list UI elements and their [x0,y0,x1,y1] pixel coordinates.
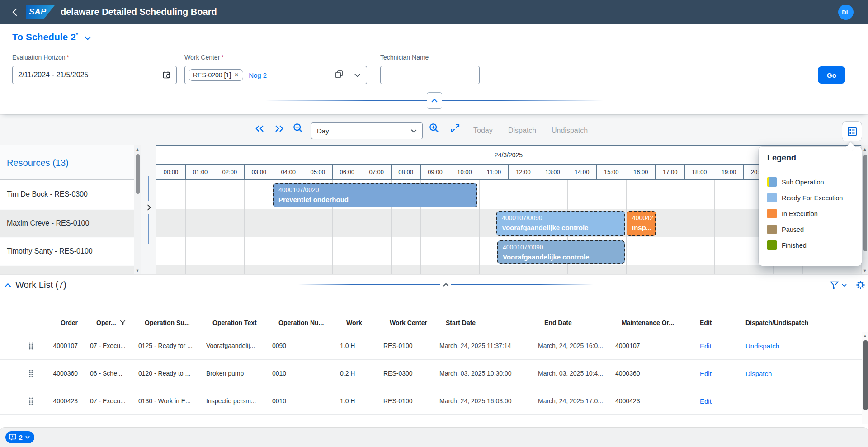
copy-icon[interactable] [335,70,343,80]
scroll-up-arrow-icon[interactable]: ▲ [862,334,868,338]
column-header-order[interactable]: Order [51,319,90,326]
legend-toggle-button[interactable] [842,121,862,141]
table-row[interactable]: 4000360 06 - Sche... 0120 - Ready to ...… [0,360,862,387]
scroll-down-arrow-icon[interactable]: ▼ [862,268,868,273]
legend-item-sub-operation: Sub Operation [767,177,862,187]
zoom-in-icon[interactable] [429,123,439,135]
chevron-down-icon [25,436,30,439]
resources-scrollbar[interactable]: ▲ ▼ [134,145,141,275]
zoom-level-select[interactable]: Day [311,122,423,139]
token-remove-icon[interactable]: ✕ [234,72,239,78]
edit-link[interactable]: Edit [700,342,745,350]
scrollbar-thumb[interactable] [863,340,868,410]
edit-link[interactable]: Edit [700,370,745,377]
column-header-start-date[interactable]: Start Date [439,319,538,326]
today-button[interactable]: Today [473,127,493,135]
column-header-operation-sub[interactable]: Operation Su... [138,319,206,326]
evaluation-horizon-label: Evaluation Horizon* [12,54,69,61]
column-header-work-center[interactable]: Work Center [383,319,439,326]
resource-row[interactable]: Tim De Bock - RES-0300 [0,180,134,209]
calendar-search-icon[interactable] [163,71,171,80]
worklist-scrollbar[interactable]: ▲ [862,332,868,424]
undispatch-link[interactable]: Undispatch [745,342,862,350]
work-center-token[interactable]: RES-0200 [1] ✕ [189,69,243,81]
technician-name-input[interactable] [381,71,479,79]
worklist-table-header: Order Oper... Operation Su... Operation … [0,313,862,332]
drag-handle-icon[interactable] [0,342,51,350]
timeline-hour: 07:00 [362,165,392,180]
column-header-operation-status[interactable]: Oper... [90,319,138,326]
timeline-hour: 11:00 [479,165,509,180]
cell-end-date: March, 03, 2025 10:4... [538,370,615,377]
gantt-bar-voorafgaandelijke-controle[interactable]: 4000107/0090 Voorafgaandelijke controle [497,240,625,264]
bar-order-number: 4000107/0090 [503,244,619,251]
evaluation-horizon-input[interactable] [13,71,163,79]
resource-row[interactable]: Timothy Santy - RES-0100 [0,238,134,265]
legend-label: Finished [782,242,807,249]
gantt-bar-inspectie[interactable]: 400042 Insp... [627,211,656,236]
chevron-right-icon [147,204,151,211]
worklist-resize-handle[interactable] [440,281,451,288]
bar-order-number: 400042 [632,214,651,221]
worklist-filter-button[interactable] [830,281,847,289]
drag-handle-icon[interactable] [0,370,51,377]
scroll-left-icon[interactable] [255,125,265,134]
chevron-down-icon[interactable] [85,36,91,40]
dispatch-link[interactable]: Dispatch [745,370,862,377]
column-header-work[interactable]: Work [340,319,383,326]
work-center-field[interactable]: RES-0200 [1] ✕ Nog 2 [184,66,367,84]
filter-panel: To Schedule 2* Evaluation Horizon* Work … [0,24,868,114]
collapse-worklist-icon[interactable] [5,283,11,287]
more-tokens-link[interactable]: Nog 2 [249,71,267,79]
app-root: SAP delaware Detailed Scheduling Board D… [0,0,868,447]
message-count: 2 [19,434,23,441]
chevron-up-icon [431,99,438,103]
value-help-chevron-icon[interactable] [354,71,360,79]
message-popover-button[interactable]: 2 [5,431,34,443]
gantt-bar-preventief-onderhoud[interactable]: 4000107/0020 Preventief onderhoud [273,183,477,207]
zoom-out-icon[interactable] [293,123,303,135]
scrollbar-thumb[interactable] [863,155,867,251]
cell-work: 1.0 H [340,397,383,405]
variant-selector[interactable]: To Schedule 2* [12,31,91,42]
resource-name: Tim De Bock - RES-0300 [7,190,88,198]
legend-label: In Execution [782,210,818,217]
evaluation-horizon-field[interactable] [12,66,177,84]
scroll-up-arrow-icon[interactable]: ▲ [862,147,868,151]
column-header-maintenance-order[interactable]: Maintenance Or... [615,319,700,326]
edit-link[interactable]: Edit [700,397,745,405]
drag-handle-icon[interactable] [0,397,51,405]
undispatch-button[interactable]: Undispatch [552,127,588,135]
filter-collapse-button[interactable] [427,92,442,109]
column-header-end-date[interactable]: End Date [538,319,615,326]
resource-row[interactable]: Maxim Creve - RES-0100 [0,210,134,237]
timeline-hour: 14:00 [567,165,597,180]
cell-operation-sub: 0125 - Ready for ... [138,342,206,349]
resource-name: Timothy Santy - RES-0100 [7,247,93,255]
cell-work: 1.0 H [340,342,383,349]
gantt-scrollbar[interactable]: ▲ ▼ [861,145,868,275]
column-header-dispatch-undispatch[interactable]: Dispatch/Undispatch [745,319,862,326]
column-header-operation-number[interactable]: Operation Nu... [272,319,340,326]
scroll-right-icon[interactable] [274,125,284,134]
technician-name-field[interactable] [380,66,480,84]
fullscreen-icon[interactable] [450,123,460,135]
splitter-expand-button[interactable] [144,201,154,214]
column-filter-icon[interactable] [120,320,126,325]
table-row[interactable]: 4000423 07 - Execu... 0130 - Work in E..… [0,387,862,415]
table-row[interactable]: 4000107 07 - Execu... 0125 - Ready for .… [0,332,862,360]
scroll-down-arrow-icon[interactable]: ▼ [134,268,141,273]
scroll-up-arrow-icon[interactable]: ▲ [134,147,141,151]
go-button[interactable]: Go [818,66,845,84]
gear-icon [856,280,865,290]
column-header-edit[interactable]: Edit [700,319,745,326]
column-header-operation-text[interactable]: Operation Text [206,319,272,326]
gantt-bar-voorafgaandelijke-controle[interactable]: 4000107/0090 Voorafgaandelijke controle [496,211,625,236]
back-icon[interactable] [9,7,20,18]
variant-dirty-marker: * [76,31,78,38]
avatar[interactable]: DL [838,5,854,20]
timeline-hour: 02:00 [215,165,245,180]
dispatch-button[interactable]: Dispatch [508,127,536,135]
worklist-settings-button[interactable] [856,280,865,292]
scrollbar-thumb[interactable] [136,154,140,194]
